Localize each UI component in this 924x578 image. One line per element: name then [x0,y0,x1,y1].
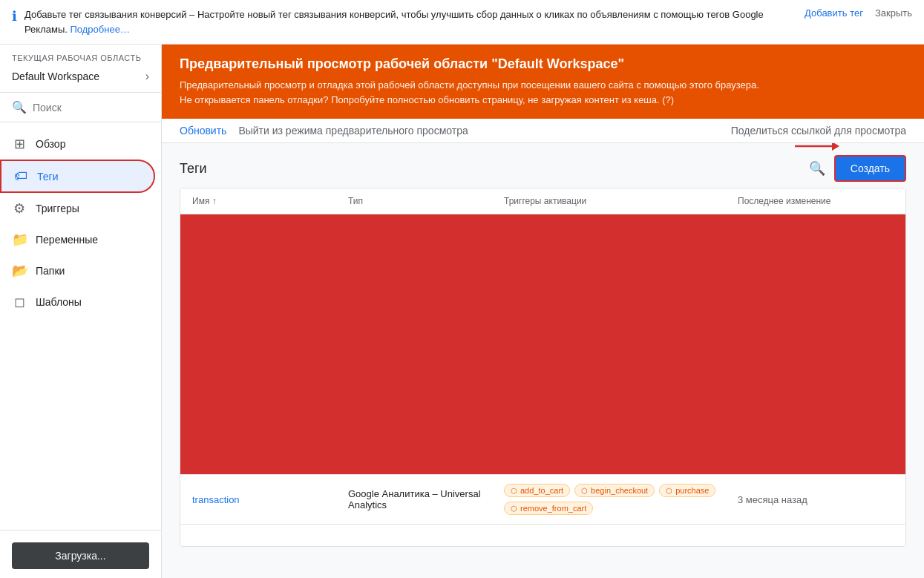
notification-bar: ℹ Добавьте тег связывания конверсий – На… [0,0,924,45]
sidebar-item-tags[interactable]: 🏷 Теги [0,160,155,193]
search-box: 🔍 [0,93,161,122]
templates-icon: ◻ [12,294,27,310]
workspace-selector[interactable]: Default Workspace › [12,67,149,86]
sidebar-item-folders[interactable]: 📂 Папки [0,255,155,286]
col-header-name: Имя ↑ [192,196,348,206]
sidebar-item-variables[interactable]: 📁 Переменные [0,224,155,255]
table-row: transaction Google Аналитика – Universal… [180,474,905,524]
tags-header-row: Теги 🔍 Создать [180,143,906,188]
folders-icon: 📂 [12,263,27,279]
notif-learn-more-link[interactable]: Подробнее… [71,24,130,35]
tags-header-actions: 🔍 Создать [809,155,906,182]
tag-link-transaction[interactable]: transaction [192,494,240,505]
arrow-svg [795,143,839,154]
trigger-chip-begin-checkout[interactable]: ⬡ begin_checkout [574,484,655,497]
triggers-icon: ⚙ [12,200,27,217]
search-input[interactable] [33,102,149,114]
arrow-annotation [795,143,839,154]
notification-text: Добавьте тег связывания конверсий – Наст… [24,7,797,36]
tags-search-button[interactable]: 🔍 [809,160,825,177]
overview-icon: ⊞ [12,136,27,152]
variables-icon: 📁 [12,231,27,248]
triggers-cell: ⬡ add_to_cart ⬡ begin_checkout ⬡ purchas… [504,484,738,515]
preview-banner: Предварительный просмотр рабочей области… [162,45,924,119]
preview-share-button[interactable]: Поделиться ссылкой для просмотра [731,125,906,137]
trigger-chip-add-to-cart[interactable]: ⬡ add_to_cart [504,484,570,497]
preview-exit-button[interactable]: Выйти из режима предварительного просмот… [238,125,468,137]
tags-section-title: Теги [180,161,207,177]
sidebar-item-label-folders: Папки [36,265,65,277]
tag-type-cell: Google Аналитика – Universal Analytics [348,488,504,510]
trigger-icon: ⬡ [511,505,517,513]
add-tag-button[interactable]: Добавить тег [805,7,863,19]
tags-table: Имя ↑ Тип Триггеры активации Последнее и… [180,188,906,547]
search-icon: 🔍 [12,100,27,114]
table-header: Имя ↑ Тип Триггеры активации Последнее и… [180,188,905,214]
preview-banner-title: Предварительный просмотр рабочей области… [180,56,906,72]
close-notification-button[interactable]: Закрыть [875,7,912,19]
sidebar-nav: ⊞ Обзор 🏷 Теги ⚙ Триггеры 📁 Переменные 📂… [0,122,161,324]
last-modified-cell: 3 месяца назад [738,494,894,505]
col-header-triggers: Триггеры активации [504,196,738,206]
sidebar-item-templates[interactable]: ◻ Шаблоны [0,286,155,318]
tags-area: Теги 🔍 Создать [162,143,924,578]
notification-actions: Добавить тег Закрыть [805,7,912,19]
col-header-type: Тип [348,196,504,206]
sidebar-item-label-variables: Переменные [36,234,98,246]
trigger-chip-purchase[interactable]: ⬡ purchase [659,484,715,497]
sidebar-bottom: Загрузка... [0,530,161,578]
tags-icon: 🏷 [13,168,28,184]
sidebar-item-triggers[interactable]: ⚙ Триггеры [0,193,155,224]
info-icon: ℹ [12,8,17,24]
workspace-section: ТЕКУЩАЯ РАБОЧАЯ ОБЛАСТЬ Default Workspac… [0,45,161,93]
sidebar-item-label-templates: Шаблоны [36,296,82,308]
workspace-name: Default Workspace [12,70,99,82]
notif-message: Добавьте тег связывания конверсий – Наст… [24,9,764,35]
redacted-content-area [180,214,905,474]
trigger-icon: ⬡ [511,487,517,495]
workspace-label: ТЕКУЩАЯ РАБОЧАЯ ОБЛАСТЬ [12,53,149,62]
sidebar: ТЕКУЩАЯ РАБОЧАЯ ОБЛАСТЬ Default Workspac… [0,45,162,578]
trigger-icon: ⬡ [581,487,588,495]
trigger-icon: ⬡ [666,487,672,495]
tag-name-cell: transaction [192,493,348,505]
preview-banner-desc1: Предварительный просмотр и отладка этой … [180,78,906,93]
sidebar-item-label-tags: Теги [37,171,58,183]
preview-toolbar-left: Обновить Выйти из режима предварительног… [180,125,468,137]
preview-banner-desc2: Не открывается панель отладки? Попробуйт… [180,93,906,108]
app-layout: ТЕКУЩАЯ РАБОЧАЯ ОБЛАСТЬ Default Workspac… [0,45,924,578]
preview-toolbar: Обновить Выйти из режима предварительног… [162,119,924,143]
trigger-chip-remove-from-cart[interactable]: ⬡ remove_from_cart [504,502,593,515]
col-header-modified: Последнее изменение [738,196,894,206]
chevron-right-icon: › [145,70,149,83]
loading-button[interactable]: Загрузка... [12,542,149,569]
main-content: Предварительный просмотр рабочей области… [162,45,924,578]
svg-marker-1 [832,143,839,151]
create-tag-button[interactable]: Создать [834,155,906,182]
sidebar-item-label-triggers: Триггеры [36,203,79,214]
sidebar-item-label-overview: Обзор [36,138,65,150]
preview-refresh-button[interactable]: Обновить [180,125,226,137]
sidebar-item-overview[interactable]: ⊞ Обзор [0,128,155,160]
table-row-partial [180,524,905,546]
